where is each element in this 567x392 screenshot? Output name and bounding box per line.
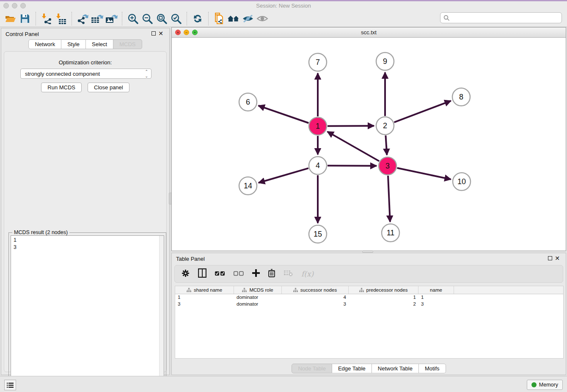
table-row[interactable]: 3dominator323 <box>175 301 563 308</box>
open-session-icon[interactable] <box>3 12 18 25</box>
node-table[interactable]: shared nameMCDS rolesuccessor nodesprede… <box>175 286 564 359</box>
graph-node-label-8: 8 <box>459 93 463 101</box>
task-history-button[interactable] <box>4 380 16 390</box>
search-input[interactable] <box>450 13 561 22</box>
node-table-rows: 1dominator4113dominator323 <box>175 294 563 308</box>
column-header-label: predecessor nodes <box>366 287 408 293</box>
import-table-icon[interactable] <box>54 12 68 25</box>
table-cell[interactable]: 2 <box>349 301 418 308</box>
table-cell[interactable]: 3 <box>418 301 454 308</box>
graph-edge-1-2[interactable] <box>328 126 374 126</box>
delete-column-icon[interactable] <box>268 269 275 279</box>
float-table-panel-icon[interactable] <box>548 256 552 260</box>
table-settings-gear-icon[interactable] <box>182 269 190 279</box>
export-table-icon[interactable] <box>90 12 104 25</box>
maximize-view-icon[interactable]: + <box>192 30 198 35</box>
hide-selected-icon[interactable] <box>241 12 255 25</box>
zoom-in-icon[interactable] <box>126 12 140 25</box>
graph-edge-3-10[interactable] <box>397 168 451 179</box>
mcds-result-lines: 13 <box>14 237 161 251</box>
toolbar-separator <box>187 12 187 25</box>
export-image-icon[interactable] <box>104 12 118 25</box>
maximize-window-icon[interactable] <box>20 3 26 8</box>
column-header-MCDS-role[interactable]: MCDS role <box>234 286 282 294</box>
search-icon <box>443 15 450 21</box>
graph-edge-3-1[interactable] <box>328 132 379 161</box>
tab-motifs[interactable]: Motifs <box>419 364 446 373</box>
show-all-icon[interactable] <box>255 12 270 25</box>
graph-edge-3-11[interactable] <box>388 176 390 222</box>
memory-button[interactable]: Memory <box>527 380 563 390</box>
network-view-title: scc.txt <box>172 28 566 38</box>
close-panel-button[interactable]: Close panel <box>88 83 129 92</box>
table-cell[interactable]: dominator <box>234 294 282 301</box>
table-row[interactable]: 1dominator411 <box>175 294 563 301</box>
graph-node-label-6: 6 <box>246 98 250 106</box>
refresh-icon[interactable] <box>190 12 205 25</box>
graph-edge-1-6[interactable] <box>259 105 309 123</box>
mcds-result-scrollbar[interactable] <box>159 236 164 390</box>
table-cell[interactable]: 1 <box>175 294 234 301</box>
tab-network[interactable]: Network <box>28 39 61 49</box>
memory-label: Memory <box>539 382 558 388</box>
import-network-icon[interactable] <box>39 12 54 25</box>
graph-edge-2-8[interactable] <box>394 101 451 122</box>
column-header-label: successor nodes <box>300 287 337 293</box>
close-view-icon[interactable]: × <box>175 30 181 35</box>
mcds-result-textarea[interactable]: 13 <box>11 235 164 390</box>
column-header-label: shared name <box>194 287 222 293</box>
graph-edge-4-14[interactable] <box>259 168 308 182</box>
zoom-out-icon[interactable] <box>140 12 154 25</box>
control-panel-tabs: NetworkStyleSelectMCDS <box>1 39 169 49</box>
close-table-panel-icon[interactable]: ✕ <box>555 255 560 262</box>
network-graph-canvas[interactable]: 1234678910111415 <box>172 38 566 251</box>
graph-edge-2-3[interactable] <box>385 135 387 155</box>
table-cell[interactable]: 1 <box>349 294 418 301</box>
column-tree-icon <box>242 288 247 292</box>
first-neighbors-icon[interactable] <box>226 12 241 25</box>
table-cell[interactable]: 4 <box>282 294 349 301</box>
table-toolbar: f(x) <box>174 265 563 283</box>
close-window-icon[interactable] <box>3 3 9 8</box>
graph-node-label-10: 10 <box>457 177 466 186</box>
deselect-all-icon[interactable] <box>234 270 244 278</box>
close-panel-icon[interactable]: ✕ <box>158 30 163 37</box>
table-cell[interactable]: 1 <box>418 294 454 301</box>
minimize-window-icon[interactable] <box>12 3 17 8</box>
control-panel: Control Panel ✕ NetworkStyleSelectMCDS O… <box>1 28 170 375</box>
column-header-successor-nodes[interactable]: successor nodes <box>282 286 349 294</box>
column-header-predecessor-nodes[interactable]: predecessor nodes <box>349 286 418 294</box>
tab-mcds[interactable]: MCDS <box>113 39 142 49</box>
select-all-icon[interactable] <box>215 270 225 278</box>
zoom-fit-icon[interactable] <box>154 12 169 25</box>
list-icon <box>7 382 14 388</box>
tab-network-table[interactable]: Network Table <box>372 364 419 373</box>
column-header-shared-name[interactable]: shared name <box>175 286 234 294</box>
table-cell[interactable]: dominator <box>234 301 282 308</box>
toolbar-separator <box>36 12 36 25</box>
graph-edge-4-3[interactable] <box>328 166 377 166</box>
tab-edge-table[interactable]: Edge Table <box>332 364 372 373</box>
export-network-icon[interactable] <box>75 12 90 25</box>
tab-style[interactable]: Style <box>61 39 86 49</box>
float-panel-icon[interactable] <box>151 31 156 36</box>
column-tree-icon <box>359 288 364 292</box>
memory-status-icon <box>531 382 537 387</box>
minimize-view-icon[interactable]: − <box>184 30 189 35</box>
window-title: Session: New Session <box>0 1 567 10</box>
run-mcds-button[interactable]: Run MCDS <box>41 83 82 92</box>
table-cell[interactable]: 3 <box>282 301 349 308</box>
create-column-icon[interactable] <box>252 269 260 279</box>
tab-node-table[interactable]: Node Table <box>292 364 332 373</box>
network-view-titlebar: × − + scc.txt <box>172 28 566 38</box>
column-header-name[interactable]: name <box>418 286 454 294</box>
column-header-label: name <box>430 287 442 293</box>
zoom-selected-icon[interactable] <box>169 12 183 25</box>
table-cell[interactable]: 3 <box>175 301 234 308</box>
new-network-from-selection-icon[interactable] <box>212 12 226 25</box>
show-column-icon[interactable] <box>198 268 206 279</box>
status-bar: Memory <box>0 376 567 392</box>
criterion-select[interactable]: strongly connected component ⌃⌄ <box>20 69 151 79</box>
tab-select[interactable]: Select <box>86 39 113 49</box>
save-session-icon[interactable] <box>18 12 32 25</box>
